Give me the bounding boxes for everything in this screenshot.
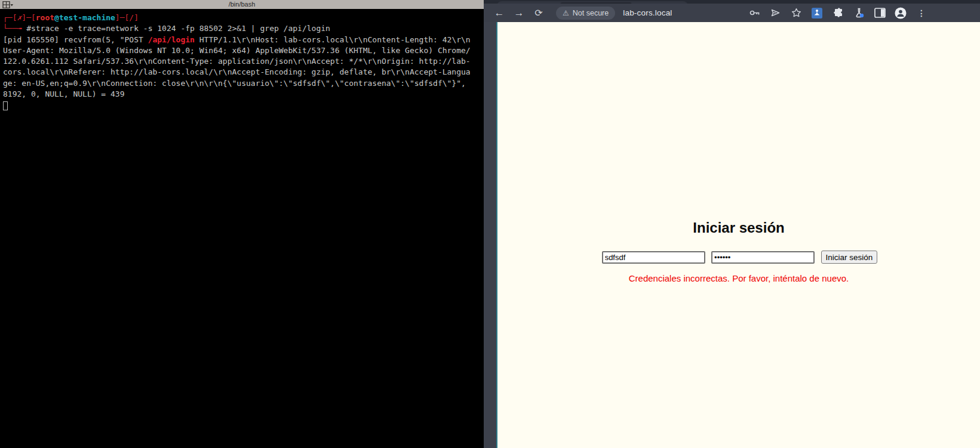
login-button[interactable]: Iniciar sesión <box>821 251 878 264</box>
kebab-menu-icon[interactable]: ⋮ <box>916 7 927 19</box>
back-icon[interactable]: ← <box>492 6 506 20</box>
password-input[interactable] <box>711 251 815 264</box>
error-message: Credenciales incorrectas. Por favor, int… <box>497 273 980 283</box>
browser-window: ← → ⟳ ⚠ Not secure lab-cors.local ⋮ Inic… <box>484 0 980 448</box>
browser-toolbar: ← → ⟳ ⚠ Not secure lab-cors.local ⋮ <box>484 4 980 22</box>
browser-viewport: Iniciar sesión Iniciar sesión Credencial… <box>496 22 980 448</box>
terminal-title: /bin/bash <box>0 0 484 9</box>
terminal-line: ge: en-US,en;q=0.9\r\nConnection: close\… <box>3 78 481 89</box>
terminal-grid-menu-icon[interactable] <box>2 1 14 8</box>
reload-icon[interactable]: ⟳ <box>532 6 546 20</box>
star-icon[interactable] <box>790 7 802 19</box>
profile-avatar[interactable] <box>895 7 907 19</box>
terminal-window: /bin/bash ┌─[✗]─[root@test-machine]─[/]└… <box>0 0 484 448</box>
side-panel-icon[interactable] <box>874 7 886 19</box>
warning-triangle-icon: ⚠ <box>563 9 569 17</box>
terminal-line: cors.local\r\nReferer: http://lab-cors.l… <box>3 67 481 78</box>
url-text[interactable]: lab-cors.local <box>623 8 672 17</box>
login-form: Iniciar sesión <box>497 251 980 264</box>
terminal-line: └──╼ #strace -e trace=network -s 1024 -f… <box>3 23 481 34</box>
terminal-line: [pid 165550] recvfrom(5, "POST /api/logi… <box>3 35 481 45</box>
forward-icon[interactable]: → <box>512 6 526 20</box>
page-title: Iniciar sesión <box>497 220 980 236</box>
security-chip[interactable]: ⚠ Not secure <box>556 7 615 20</box>
terminal-line: User-Agent: Mozilla/5.0 (Windows NT 10.0… <box>3 45 481 56</box>
username-input[interactable] <box>602 251 705 264</box>
send-icon[interactable] <box>769 7 781 19</box>
terminal-line: 8192, 0, NULL, NULL) = 439 <box>3 89 481 100</box>
puzzle-extension-icon[interactable] <box>832 7 844 19</box>
terminal-titlebar: /bin/bash <box>0 0 484 9</box>
flask-extension-icon[interactable] <box>853 7 865 19</box>
terminal-line: ┌─[✗]─[root@test-machine]─[/] <box>3 13 481 23</box>
key-icon[interactable] <box>748 7 760 19</box>
security-chip-label: Not secure <box>573 9 609 17</box>
terminal-line: 122.0.6261.112 Safari/537.36\r\nContent-… <box>3 56 481 67</box>
toolbar-right-icons: ⋮ <box>748 7 927 19</box>
terminal-output[interactable]: ┌─[✗]─[root@test-machine]─[/]└──╼ #strac… <box>0 9 484 448</box>
assistant-extension-icon[interactable] <box>811 7 823 19</box>
terminal-cursor <box>3 101 8 110</box>
